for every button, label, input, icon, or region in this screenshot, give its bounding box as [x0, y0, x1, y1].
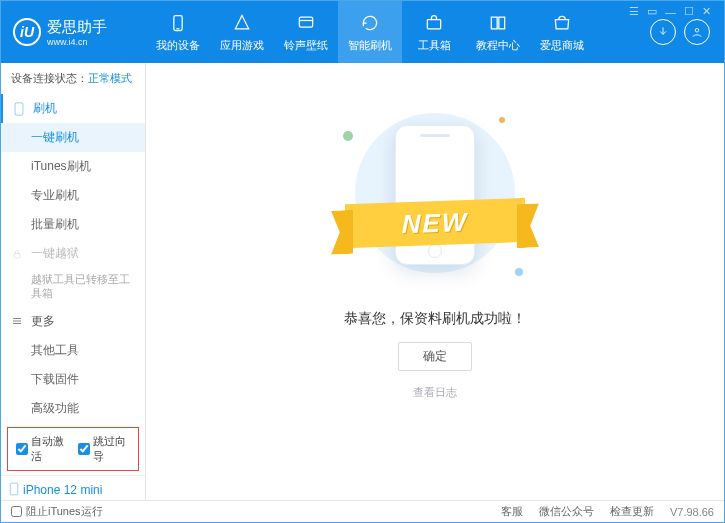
- phone-tiny-icon: [9, 482, 19, 499]
- view-log-link[interactable]: 查看日志: [413, 385, 457, 400]
- version-label: V7.98.66: [670, 506, 714, 518]
- checkbox-label: 阻止iTunes运行: [26, 504, 103, 519]
- nav-label: 工具箱: [418, 38, 451, 53]
- svg-rect-7: [14, 253, 20, 258]
- ribbon-text: NEW: [402, 206, 469, 239]
- sidebar-item-oneclick-flash[interactable]: 一键刷机: [1, 123, 145, 152]
- checkbox-input[interactable]: [11, 506, 22, 517]
- brand-name: 爱思助手: [47, 18, 107, 37]
- menu-icon[interactable]: ☰: [629, 5, 639, 18]
- svg-rect-2: [299, 17, 312, 27]
- new-ribbon: NEW: [345, 198, 525, 248]
- device-block[interactable]: iPhone 12 mini 64GB Down-12mini-13,1: [1, 475, 145, 500]
- nav-label: 智能刷机: [348, 38, 392, 53]
- svg-rect-4: [427, 19, 440, 28]
- checkbox-input[interactable]: [16, 443, 28, 455]
- status-label: 设备连接状态：: [11, 72, 88, 84]
- lock-icon: [11, 248, 25, 260]
- nav-ringtones[interactable]: 铃声壁纸: [274, 1, 338, 63]
- main-content: NEW 恭喜您，保资料刷机成功啦！ 确定 查看日志: [146, 63, 724, 500]
- sidebar-item-other-tools[interactable]: 其他工具: [1, 336, 145, 365]
- nav-tutorials[interactable]: 教程中心: [466, 1, 530, 63]
- svg-rect-6: [15, 102, 23, 114]
- ok-button[interactable]: 确定: [398, 342, 472, 371]
- success-message: 恭喜您，保资料刷机成功啦！: [344, 310, 526, 328]
- nav-label: 铃声壁纸: [284, 38, 328, 53]
- nav-label: 爱思商城: [540, 38, 584, 53]
- nav-label: 我的设备: [156, 38, 200, 53]
- list-icon: [11, 315, 25, 327]
- window-controls: ☰ ▭ — ☐ ✕: [629, 3, 719, 18]
- minimize-icon[interactable]: —: [665, 6, 676, 18]
- sidebar-jailbreak-header[interactable]: 一键越狱: [1, 239, 145, 268]
- sidebar-header-label: 刷机: [33, 100, 57, 117]
- nav-label: 应用游戏: [220, 38, 264, 53]
- book-icon: [487, 12, 509, 34]
- sidebar-item-itunes-flash[interactable]: iTunes刷机: [1, 152, 145, 181]
- phone-small-icon: [13, 102, 27, 116]
- sidebar-item-batch-flash[interactable]: 批量刷机: [1, 210, 145, 239]
- success-illustration: NEW: [325, 113, 545, 288]
- logo-icon: iU: [13, 18, 41, 46]
- checkbox-label: 跳过向导: [93, 434, 130, 464]
- footer: 阻止iTunes运行 客服 微信公众号 检查更新 V7.98.66: [1, 500, 724, 522]
- download-button[interactable]: [650, 19, 676, 45]
- phone-icon: [167, 12, 189, 34]
- apps-icon: [231, 12, 253, 34]
- main-nav: 我的设备 应用游戏 铃声壁纸 智能刷机 工具箱 教程中心 爱思商城: [146, 1, 646, 63]
- svg-point-5: [695, 29, 699, 33]
- title-bar: iU 爱思助手 www.i4.cn 我的设备 应用游戏 铃声壁纸 智能刷机 工具…: [1, 1, 724, 63]
- jailbreak-note: 越狱工具已转移至工具箱: [1, 268, 145, 307]
- sidebar-item-download-fw[interactable]: 下载固件: [1, 365, 145, 394]
- sidebar-header-label: 更多: [31, 313, 55, 330]
- svg-rect-11: [10, 483, 18, 495]
- sidebar: 设备连接状态：正常模式 刷机 一键刷机 iTunes刷机 专业刷机 批量刷机 一…: [1, 63, 146, 500]
- shop-icon: [551, 12, 573, 34]
- nav-flash[interactable]: 智能刷机: [338, 1, 402, 63]
- brand-area: iU 爱思助手 www.i4.cn: [1, 1, 146, 63]
- status-value: 正常模式: [88, 72, 132, 84]
- maximize-icon[interactable]: ☐: [684, 5, 694, 18]
- device-name: iPhone 12 mini: [23, 483, 102, 497]
- sidebar-header-label: 一键越狱: [31, 245, 79, 262]
- checkbox-skip-guide[interactable]: 跳过向导: [78, 434, 130, 464]
- nav-apps[interactable]: 应用游戏: [210, 1, 274, 63]
- skin-icon[interactable]: ▭: [647, 5, 657, 18]
- sidebar-more-header[interactable]: 更多: [1, 307, 145, 336]
- footer-link-update[interactable]: 检查更新: [610, 504, 654, 519]
- sidebar-item-pro-flash[interactable]: 专业刷机: [1, 181, 145, 210]
- checkbox-input[interactable]: [78, 443, 90, 455]
- user-button[interactable]: [684, 19, 710, 45]
- checkbox-label: 自动激活: [31, 434, 68, 464]
- checkbox-row: 自动激活 跳过向导: [7, 427, 139, 471]
- footer-link-support[interactable]: 客服: [501, 504, 523, 519]
- nav-shop[interactable]: 爱思商城: [530, 1, 594, 63]
- footer-link-wechat[interactable]: 微信公众号: [539, 504, 594, 519]
- nav-label: 教程中心: [476, 38, 520, 53]
- device-name-row: iPhone 12 mini: [9, 482, 137, 499]
- sidebar-item-advanced[interactable]: 高级功能: [1, 394, 145, 423]
- nav-toolbox[interactable]: 工具箱: [402, 1, 466, 63]
- music-icon: [295, 12, 317, 34]
- toolbox-icon: [423, 12, 445, 34]
- refresh-icon: [359, 12, 381, 34]
- nav-my-device[interactable]: 我的设备: [146, 1, 210, 63]
- block-itunes-checkbox[interactable]: 阻止iTunes运行: [11, 504, 103, 519]
- brand-url: www.i4.cn: [47, 37, 107, 47]
- connection-status: 设备连接状态：正常模式: [1, 63, 145, 94]
- close-icon[interactable]: ✕: [702, 5, 711, 18]
- checkbox-auto-activate[interactable]: 自动激活: [16, 434, 68, 464]
- sidebar-flash-header[interactable]: 刷机: [1, 94, 145, 123]
